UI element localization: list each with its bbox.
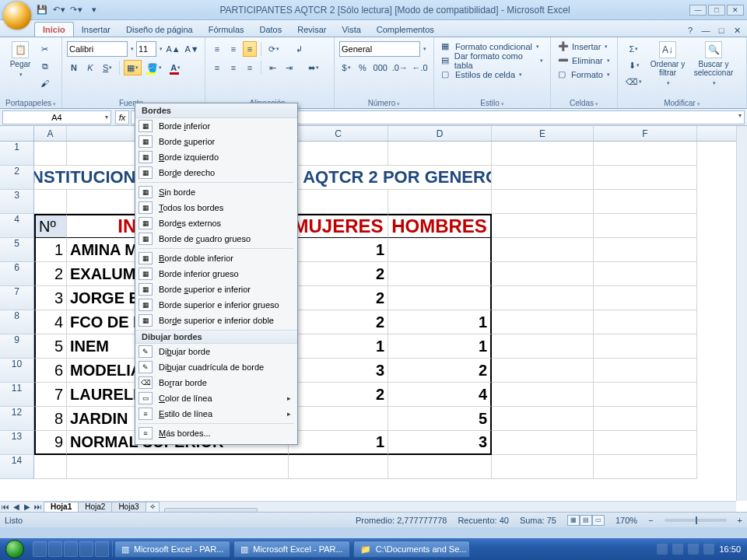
align-center-icon[interactable]: ≡ — [226, 60, 240, 75]
cell[interactable]: 5 — [388, 407, 492, 431]
tab-insertar[interactable]: Insertar — [74, 23, 118, 37]
cell[interactable]: HOMBRES — [388, 214, 492, 238]
ribbon-close-icon[interactable]: ✕ — [731, 26, 742, 37]
sort-filter-button[interactable]: A↓ Ordenar y filtrar▾ — [648, 40, 687, 88]
tray-icon-3[interactable] — [688, 544, 699, 555]
row-header-13[interactable]: 13 — [0, 431, 34, 455]
qat-more-icon[interactable]: ▾ — [88, 4, 100, 16]
start-button[interactable] — [0, 538, 30, 560]
cell[interactable]: 2 — [289, 262, 388, 286]
grow-font-icon[interactable]: A▲ — [165, 41, 181, 57]
taskbar-item-3[interactable]: 📁C:\Documents and Se... — [353, 541, 470, 558]
cell[interactable]: 6 — [34, 359, 67, 383]
cell[interactable] — [594, 431, 697, 455]
cell[interactable] — [492, 190, 594, 214]
cell[interactable] — [594, 214, 697, 238]
redo-icon[interactable]: ↷▾ — [70, 4, 82, 16]
find-select-button[interactable]: 🔍 Buscar y seleccionar▾ — [690, 40, 737, 88]
zoom-level[interactable]: 170% — [615, 516, 637, 525]
borders-menu-item[interactable]: ▦Borde superior e inferior doble — [135, 313, 297, 328]
cell[interactable] — [34, 142, 67, 166]
cell[interactable] — [594, 407, 697, 431]
borders-menu-item[interactable]: ✎Dibujar borde — [135, 344, 297, 359]
tray-icon-2[interactable] — [672, 544, 683, 555]
minimize-button[interactable]: — — [689, 5, 707, 16]
select-all-corner[interactable] — [0, 126, 34, 141]
cell[interactable] — [388, 190, 492, 214]
increase-decimal-icon[interactable]: .0→ — [391, 60, 409, 75]
tab-formulas[interactable]: Fórmulas — [201, 23, 252, 37]
indent-increase-icon[interactable]: ⇥ — [282, 60, 296, 75]
ql-icon-5[interactable] — [95, 541, 109, 557]
cell[interactable] — [492, 286, 594, 310]
paste-button[interactable]: 📋 Pegar ▾ — [5, 40, 36, 88]
undo-icon[interactable]: ↶▾ — [53, 4, 65, 16]
align-middle-icon[interactable]: ≡ — [226, 41, 240, 57]
cell[interactable] — [492, 359, 594, 383]
cell[interactable]: 1 — [34, 238, 67, 262]
col-header-E[interactable]: E — [492, 126, 594, 141]
zoom-in-button[interactable]: + — [738, 516, 742, 525]
cell[interactable]: 1 — [388, 310, 492, 334]
tab-complementos[interactable]: Complementos — [369, 23, 442, 37]
cell[interactable] — [492, 455, 594, 479]
cell[interactable]: 4 — [388, 383, 492, 407]
cell[interactable]: 1 — [289, 238, 388, 262]
view-buttons[interactable]: ▦▤▭ — [567, 515, 605, 526]
taskbar-item-1[interactable]: ▥Microsoft Excel - PAR... — [114, 541, 230, 558]
tab-diseno[interactable]: Diseño de página — [118, 23, 201, 37]
fill-icon[interactable]: ⬇▾ — [622, 58, 645, 73]
cell[interactable] — [492, 166, 594, 190]
cell[interactable] — [492, 407, 594, 431]
close-button[interactable]: ✕ — [727, 5, 744, 16]
vertical-scrollbar[interactable] — [736, 126, 747, 501]
cell[interactable]: 1 — [289, 334, 388, 359]
clear-icon[interactable]: ⌫▾ — [622, 74, 645, 89]
align-top-icon[interactable]: ≡ — [210, 41, 224, 57]
cell[interactable] — [34, 190, 67, 214]
cell[interactable] — [594, 142, 697, 166]
borders-menu-item[interactable]: ▭Color de línea — [135, 390, 297, 406]
autosum-icon[interactable]: Σ▾ — [622, 41, 645, 57]
row-header-6[interactable]: 6 — [0, 262, 34, 286]
cell[interactable] — [594, 455, 697, 479]
tray-icon-1[interactable] — [657, 544, 668, 555]
cell[interactable]: 3 — [34, 286, 67, 310]
fill-color-button[interactable]: 🪣▾ — [144, 60, 165, 75]
cell[interactable]: 4 — [34, 310, 67, 334]
borders-menu-item[interactable]: ▦Todos los bordes — [135, 200, 297, 215]
cell[interactable] — [492, 238, 594, 262]
cut-icon[interactable]: ✂ — [37, 41, 52, 57]
orientation-icon[interactable]: ⟳▾ — [265, 41, 282, 57]
ql-icon-1[interactable] — [33, 541, 47, 557]
cell[interactable] — [492, 262, 594, 286]
cell[interactable] — [388, 262, 492, 286]
bold-button[interactable]: N — [67, 60, 81, 75]
merge-center-icon[interactable]: ⬌▾ — [305, 60, 322, 75]
cell[interactable] — [594, 238, 697, 262]
cell[interactable]: 3 — [388, 431, 492, 455]
sheet-nav-first[interactable]: ⏮ — [0, 502, 11, 511]
percent-icon[interactable]: % — [356, 60, 370, 75]
borders-menu-item[interactable]: ▦Borde derecho — [135, 165, 297, 180]
cell[interactable] — [67, 455, 289, 479]
sheet-nav-prev[interactable]: ◀ — [11, 502, 22, 511]
cell[interactable] — [388, 286, 492, 310]
borders-menu-item[interactable]: ▦Borde inferior grueso — [135, 266, 297, 282]
name-box[interactable]: A4 — [2, 110, 111, 124]
delete-cells-button[interactable]: ➖Eliminar▾ — [556, 54, 612, 68]
cell[interactable] — [594, 334, 697, 359]
cell[interactable] — [388, 142, 492, 166]
cell[interactable]: 7 — [34, 383, 67, 407]
borders-menu-item[interactable]: ▦Borde superior e inferior grueso — [135, 297, 297, 313]
font-size-select[interactable] — [136, 41, 156, 57]
borders-menu-item[interactable]: ≡Estilo de línea — [135, 406, 297, 422]
row-header-1[interactable]: 1 — [0, 142, 34, 166]
align-right-icon[interactable]: ≡ — [243, 60, 257, 75]
borders-menu-item[interactable]: ≡Más bordes... — [135, 425, 297, 441]
tab-inicio[interactable]: Inicio — [34, 22, 74, 37]
cell[interactable] — [492, 334, 594, 359]
zoom-slider[interactable] — [665, 519, 727, 522]
save-icon[interactable]: 💾 — [36, 4, 48, 16]
number-format-select[interactable] — [339, 41, 420, 57]
